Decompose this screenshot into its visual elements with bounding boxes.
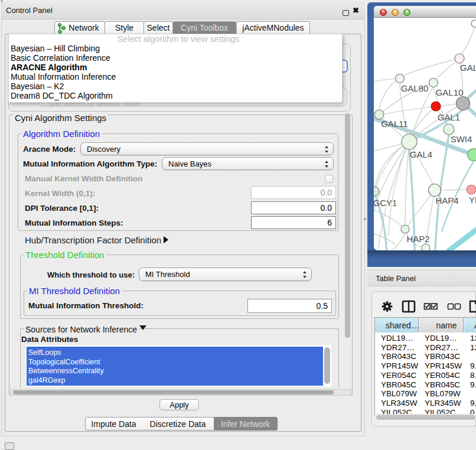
svg-text:GAL10: GAL10 — [436, 87, 464, 97]
svg-text:SWI4: SWI4 — [451, 134, 472, 144]
svg-text:YM: YM — [469, 195, 476, 205]
svg-text:HAP4: HAP4 — [435, 195, 458, 206]
svg-text:GAL1: GAL1 — [438, 112, 460, 122]
svg-text:GAL11: GAL11 — [381, 119, 408, 129]
svg-text:HAP2: HAP2 — [406, 234, 429, 244]
svg-text:GAL4: GAL4 — [410, 149, 432, 159]
svg-text:GAL7: GAL7 — [460, 63, 476, 73]
svg-text:GAL80: GAL80 — [401, 83, 429, 93]
svg-text:GCY1: GCY1 — [374, 198, 397, 208]
